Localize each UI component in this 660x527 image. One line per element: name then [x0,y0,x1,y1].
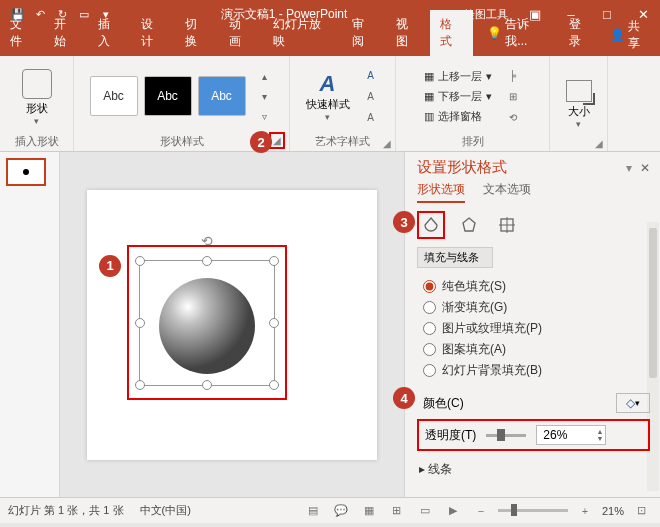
bring-forward-button[interactable]: ▦上移一层 ▾ [424,66,492,86]
effects-tab-icon[interactable] [455,211,483,239]
rotation-handle-icon[interactable]: ⟲ [201,233,213,249]
thumbnail-1[interactable] [6,158,46,186]
share-button[interactable]: 👤共享 [602,14,660,56]
pane-tab-text[interactable]: 文本选项 [483,181,531,203]
pane-tab-shape[interactable]: 形状选项 [417,181,465,203]
resize-handle[interactable] [269,256,279,266]
text-effects-icon[interactable]: A [362,108,380,126]
transparency-slider[interactable] [486,434,526,437]
group-arrange: ▦上移一层 ▾ ▦下移一层 ▾ ▥选择窗格 ╞ ⊞ ⟲ 排列 [396,56,550,151]
tab-design[interactable]: 设计 [131,10,175,56]
selection-pane-icon: ▥ [424,106,434,126]
zoom-level[interactable]: 21% [602,505,624,517]
radio-picture-fill[interactable]: 图片或纹理填充(P) [423,320,650,337]
tab-view[interactable]: 视图 [386,10,430,56]
radio-input[interactable] [423,301,436,314]
radio-input[interactable] [423,364,436,377]
style-swatch-2[interactable]: Abc [144,76,192,116]
chevron-down-icon: ▾ [635,398,640,408]
chevron-down-icon[interactable]: ▾ [486,86,492,106]
spin-up-icon[interactable]: ▲ [596,428,603,435]
spinner[interactable]: ▲▼ [596,428,603,442]
fill-line-tab-icon[interactable] [417,211,445,239]
send-backward-button[interactable]: ▦下移一层 ▾ [424,86,492,106]
zoom-out-button[interactable]: − [470,502,492,520]
resize-handle[interactable] [135,256,145,266]
tab-review[interactable]: 审阅 [342,10,386,56]
resize-handle[interactable] [135,380,145,390]
zoom-in-button[interactable]: + [574,502,596,520]
text-outline-icon[interactable]: A [362,87,380,105]
resize-handle[interactable] [202,380,212,390]
tab-home[interactable]: 开始 [44,10,88,56]
tell-me[interactable]: 💡告诉我... [479,10,558,56]
slide[interactable]: 1 ⟲ [87,190,377,460]
fill-line-header[interactable]: 填充与线条 [417,247,493,268]
bulb-icon: 💡 [487,26,502,40]
lang-indicator[interactable]: 中文(中国) [140,503,191,518]
tab-file[interactable]: 文件 [0,10,44,56]
wordart-icon: A [306,71,350,97]
radio-solid-fill[interactable]: 纯色填充(S) [423,278,650,295]
send-backward-icon: ▦ [424,86,434,106]
gallery-more-icon[interactable]: ▿ [256,107,274,125]
style-swatch-3[interactable]: Abc [198,76,246,116]
rotate-icon[interactable]: ⟲ [504,108,522,126]
notes-button[interactable]: ▤ [302,502,324,520]
shape-selection-frame[interactable]: ⟲ [139,260,275,386]
group-size: 大小 ▾ ◢ [550,56,608,151]
fit-to-window-icon[interactable]: ⊡ [630,502,652,520]
slide-canvas-area[interactable]: 1 ⟲ [60,152,404,497]
pane-close-button[interactable]: ✕ [640,161,650,175]
size-launcher[interactable]: ◢ [595,138,603,149]
group-wordart-styles: A 快速样式 ▾ A A A 艺术字样式◢ [290,56,396,151]
resize-handle[interactable] [135,318,145,328]
wordart-launcher[interactable]: ◢ [383,138,391,149]
signin-link[interactable]: 登录 [559,10,603,56]
comments-button[interactable]: 💬 [330,502,352,520]
radio-input[interactable] [423,322,436,335]
group-icon[interactable]: ⊞ [504,87,522,105]
sorter-view-icon[interactable]: ⊞ [386,502,408,520]
spin-down-icon[interactable]: ▼ [596,435,603,442]
size-props-tab-icon[interactable] [493,211,521,239]
line-section[interactable]: ▸ 线条 [417,461,650,478]
size-button[interactable]: 大小 ▾ [566,78,592,129]
tab-format[interactable]: 格式 [430,10,474,56]
tab-insert[interactable]: 插入 [88,10,132,56]
radio-slide-bg-fill[interactable]: 幻灯片背景填充(B) [423,362,650,379]
tab-animations[interactable]: 动画 [219,10,263,56]
scrollbar-thumb[interactable] [649,228,657,378]
resize-handle[interactable] [269,380,279,390]
chevron-down-icon[interactable]: ▾ [486,66,492,86]
bring-forward-icon: ▦ [424,66,434,86]
resize-handle[interactable] [269,318,279,328]
radio-gradient-fill[interactable]: 渐变填充(G) [423,299,650,316]
gallery-down-icon[interactable]: ▾ [256,87,274,105]
quick-styles-button[interactable]: A 快速样式 ▾ [306,71,350,122]
tab-transitions[interactable]: 切换 [175,10,219,56]
share-icon: 👤 [610,28,625,42]
pane-dropdown-icon[interactable]: ▾ [626,161,632,175]
gallery-up-icon[interactable]: ▴ [256,67,274,85]
selection-pane-button[interactable]: ▥选择窗格 [424,106,492,126]
shapes-button[interactable]: 形状 ▾ [22,67,52,126]
transparency-input[interactable]: 26% ▲▼ [536,425,606,445]
normal-view-icon[interactable]: ▦ [358,502,380,520]
zoom-slider[interactable] [498,509,568,512]
slideshow-view-icon[interactable]: ▶ [442,502,464,520]
reading-view-icon[interactable]: ▭ [414,502,436,520]
radio-input[interactable] [423,280,436,293]
resize-handle[interactable] [202,256,212,266]
style-gallery[interactable]: Abc Abc Abc [90,76,246,116]
workspace: 1 1 ⟲ 设置形状格式 ▾✕ [0,152,660,497]
color-picker-button[interactable]: ◇▾ [616,393,650,413]
radio-pattern-fill[interactable]: 图案填充(A) [423,341,650,358]
text-fill-icon[interactable]: A [362,66,380,84]
tab-slideshow[interactable]: 幻灯片放映 [263,10,342,56]
marker-3: 3 [393,211,415,233]
style-swatch-1[interactable]: Abc [90,76,138,116]
align-icon[interactable]: ╞ [504,66,522,84]
fill-icon: ◇ [626,396,635,410]
radio-input[interactable] [423,343,436,356]
